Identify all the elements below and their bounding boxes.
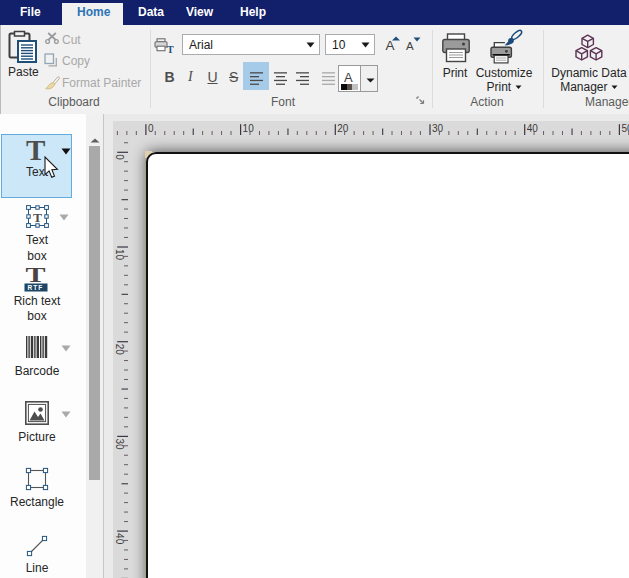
svg-text:20: 20	[337, 123, 349, 134]
svg-text:T: T	[167, 44, 174, 54]
svg-text:0: 0	[148, 123, 154, 134]
svg-text:RTF: RTF	[28, 284, 44, 291]
svg-text:30: 30	[432, 123, 444, 134]
svg-text:10: 10	[114, 249, 125, 261]
svg-text:0: 0	[114, 154, 125, 160]
svg-text:40: 40	[527, 123, 539, 134]
svg-text:A: A	[406, 40, 414, 52]
svg-text:20: 20	[114, 344, 125, 356]
svg-text:40: 40	[114, 533, 125, 545]
svg-text:10: 10	[243, 123, 255, 134]
svg-text:30: 30	[114, 438, 125, 450]
svg-text:T: T	[33, 210, 42, 225]
svg-text:50: 50	[621, 123, 629, 134]
